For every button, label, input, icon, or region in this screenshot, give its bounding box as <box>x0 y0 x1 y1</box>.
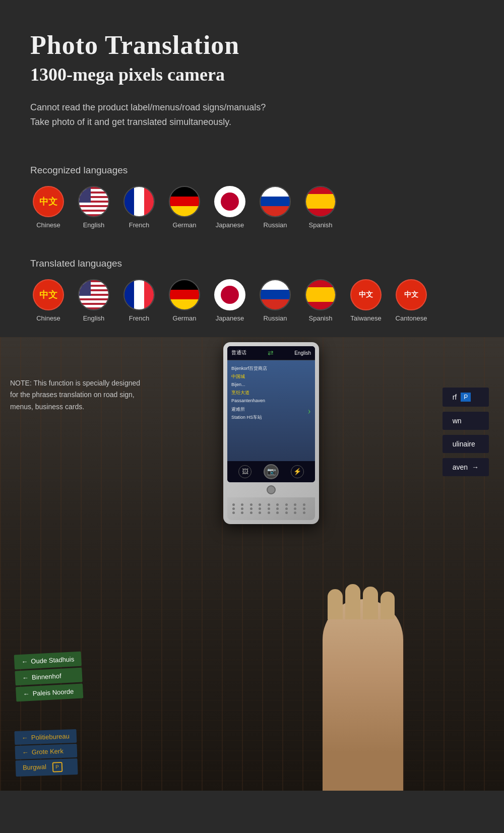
flag-label-spanish: Spanish <box>309 221 333 229</box>
speaker-dot <box>232 511 235 514</box>
translated-label-japanese: Japanese <box>216 314 244 322</box>
translated-usa-flag <box>79 280 108 309</box>
bottom-sign-3-text: Burgwal <box>23 763 46 772</box>
flag-label-french: French <box>129 221 149 229</box>
screen-translation-text: Bijenkorf百货商店 中国城 Bijen... 烹饪大道 Passante… <box>231 364 311 421</box>
arrow-left-icon-2: ← <box>22 674 29 682</box>
parking-badge: P <box>461 393 471 402</box>
flag-item-chinese: 中文 Chinese <box>30 186 67 229</box>
speaker-dot <box>241 511 243 514</box>
speaker-dot <box>250 511 253 514</box>
screen-line-2: Bijen... <box>231 380 311 389</box>
speaker-dot <box>303 511 305 514</box>
translated-flag-circle-spanish <box>305 279 336 310</box>
flag-label-chinese: Chinese <box>36 221 60 229</box>
flag-item-german: German <box>166 186 203 229</box>
translated-flag-circle-french <box>123 279 155 310</box>
hand-graphic <box>323 599 403 791</box>
bottom-sign-1-text: Politiebureau <box>31 732 70 741</box>
device-container: 普通话 ⇄ English Bijenkorf百货商店 中国城 Bijen...… <box>223 342 319 524</box>
translated-flag-item-taiwanese: 中文 Taiwanese <box>348 279 384 322</box>
flag-circle-french <box>123 186 155 217</box>
flag-label-russian: Russian <box>264 221 287 229</box>
right-sign-3: ulinaire <box>443 435 489 453</box>
note-text: NOTE: This function is specially designe… <box>10 377 146 413</box>
russian-flag-graphic <box>261 187 290 216</box>
screen-footer: 🖼 📷 ⚡ <box>227 461 315 482</box>
speaker-dot <box>250 503 253 506</box>
bottom-sign-2-text: Grote Kerk <box>32 747 64 755</box>
flag-circle-chinese: 中文 <box>33 186 64 217</box>
speaker-dot <box>294 511 296 514</box>
spanish-flag-graphic <box>306 187 335 216</box>
street-sign-1: ← Oude Stadhuis <box>14 651 82 669</box>
usa-flag-graphic <box>79 187 108 216</box>
german-flag-graphic <box>170 187 199 216</box>
translated-label-english: English <box>83 314 105 322</box>
bottom-sign-3: Burgwal P <box>15 758 78 776</box>
right-sign-2-text: wn <box>453 417 462 425</box>
sub-title: 1300-mega pixels camera <box>30 64 474 85</box>
translated-languages-section: Translated languages 中文 Chinese English <box>0 258 504 337</box>
translated-flag-item-chinese: 中文 Chinese <box>30 279 67 322</box>
home-button[interactable] <box>267 485 276 494</box>
speaker-dot <box>232 507 235 510</box>
right-sign-3-text: ulinaire <box>453 440 475 448</box>
screen-line-3: Passantenhaven <box>231 397 311 405</box>
main-title: Photo Translation <box>30 30 474 60</box>
finger-1 <box>328 589 343 619</box>
translated-flags-row: 中文 Chinese English French <box>30 279 474 322</box>
translated-spanish-flag <box>306 280 335 309</box>
speaker-dot <box>303 503 305 506</box>
screen-lang-right: English <box>294 350 311 356</box>
screen-line-4: 避难所 <box>231 405 311 413</box>
screen-line-2-trans: 烹饪大道 <box>231 389 311 397</box>
finger-3 <box>363 587 378 619</box>
bottom-sign-1: ← Politiebureau <box>14 729 77 744</box>
speaker-dot <box>268 503 270 506</box>
speaker-dot <box>259 503 261 506</box>
street-sign-2-text: Binnenhof <box>32 672 61 681</box>
device-screen: 普通话 ⇄ English Bijenkorf百货商店 中国城 Bijen...… <box>227 346 315 482</box>
speaker-dot <box>285 511 288 514</box>
recognized-label: Recognized languages <box>30 165 474 176</box>
japan-circle-graphic <box>221 193 239 211</box>
speaker-dot <box>294 507 296 510</box>
speaker-dot <box>268 507 270 510</box>
speaker-dot <box>285 507 288 510</box>
translated-flag-circle-taiwanese: 中文 <box>350 279 382 310</box>
finger-4 <box>381 592 395 619</box>
speaker-dot <box>241 503 243 506</box>
recognized-flags-row: 中文 Chinese English French <box>30 186 474 229</box>
translated-flag-item-german: German <box>166 279 203 322</box>
translated-flag-circle-japanese <box>214 279 245 310</box>
recognized-languages-section: Recognized languages 中文 Chinese English <box>0 165 504 248</box>
translated-label-cantonese: Cantonese <box>396 314 427 322</box>
translated-flag-item-japanese: Japanese <box>212 279 248 322</box>
french-flag-graphic <box>124 187 154 216</box>
translated-label-german: German <box>173 314 197 322</box>
arrow-left-bottom-icon: ← <box>22 734 29 741</box>
arrow-left-bottom-icon-2: ← <box>22 748 29 756</box>
speaker-dot <box>303 507 305 510</box>
camera-icon: 📷 <box>264 464 279 479</box>
right-sign-4-text: aven <box>453 463 468 471</box>
description: Cannot read the product label/menus/road… <box>30 100 444 130</box>
translated-flag-circle-chinese: 中文 <box>33 279 64 310</box>
translated-flag-circle-english <box>78 279 109 310</box>
device-body: 普通话 ⇄ English Bijenkorf百货商店 中国城 Bijen...… <box>223 342 319 524</box>
speaker-dot <box>241 507 243 510</box>
screen-lang-left: 普通话 <box>231 349 246 356</box>
flag-item-spanish: Spanish <box>302 186 339 229</box>
top-section: Photo Translation 1300-mega pixels camer… <box>0 0 504 165</box>
translated-flag-item-english: English <box>76 279 112 322</box>
speaker-dot <box>285 503 288 506</box>
translated-label-taiwanese: Taiwanese <box>350 314 381 322</box>
translated-japan-circle <box>221 286 239 304</box>
right-sign-4: aven → <box>443 458 489 476</box>
flag-circle-spanish <box>305 186 336 217</box>
translated-flag-item-cantonese: 中文 Cantonese <box>393 279 429 322</box>
flag-circle-japanese <box>214 186 245 217</box>
screen-swap-icon: ⇄ <box>268 349 274 357</box>
flag-label-german: German <box>173 221 197 229</box>
